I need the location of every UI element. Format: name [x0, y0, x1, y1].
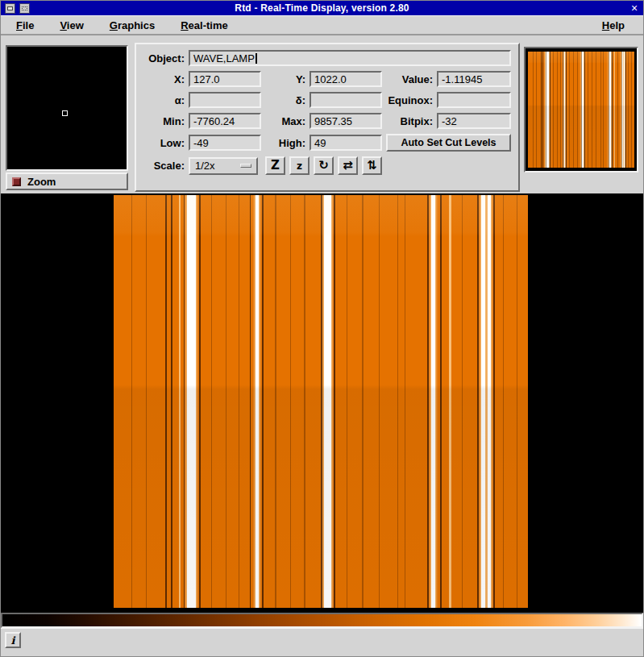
flip-x-icon[interactable]: ⇄ — [338, 156, 358, 175]
image-stripe — [481, 195, 484, 608]
image-stripe — [262, 195, 264, 608]
value-field[interactable]: -1.11945 — [437, 71, 511, 87]
colorbar[interactable] — [1, 613, 643, 628]
close-icon[interactable]: × — [628, 2, 641, 15]
image-stripe — [226, 195, 226, 608]
bitpix-label: Bitpix: — [386, 115, 433, 127]
window-title: Rtd - Real-Time Display, version 2.80 — [1, 2, 643, 14]
info-icon[interactable]: i — [5, 632, 21, 648]
image-stripe — [146, 195, 147, 608]
rotate-icon[interactable]: ↻ — [314, 156, 334, 175]
image-canvas[interactable] — [1, 193, 643, 613]
low-field[interactable]: -49 — [189, 135, 261, 151]
image-stripe — [187, 195, 195, 608]
image-stripe — [199, 195, 201, 608]
alpha-field[interactable] — [189, 92, 261, 108]
image-stripe — [564, 52, 565, 168]
scale-label: Scale: — [139, 160, 185, 172]
zoom-window — [6, 45, 128, 171]
bitpix-field[interactable]: -32 — [437, 113, 511, 129]
auto-set-cut-levels-button[interactable]: Auto Set Cut Levels — [386, 134, 511, 152]
menu-graphics[interactable]: Graphics — [102, 17, 162, 34]
flip-y-icon[interactable]: ⇅ — [362, 156, 382, 175]
image-stripe — [321, 195, 322, 608]
image-stripe — [379, 195, 380, 608]
menu-real-time[interactable]: Real-time — [173, 17, 235, 34]
image-stripe — [304, 195, 305, 608]
image-stripe — [440, 195, 442, 608]
pan-thumbnail — [528, 52, 634, 168]
x-field[interactable]: 127.0 — [189, 71, 261, 87]
image-stripe — [584, 52, 585, 168]
equinox-label: Equinox: — [386, 94, 433, 106]
image-stripe — [517, 195, 518, 608]
image-stripe — [290, 195, 292, 608]
statusbar: i — [1, 628, 643, 656]
image-stripe — [131, 195, 132, 608]
zoom-toggle[interactable]: Zoom — [6, 173, 128, 190]
max-value: 9857.35 — [314, 115, 352, 127]
image-stripe — [239, 195, 240, 608]
image-stripe — [550, 52, 551, 168]
zoom-in-button[interactable]: Z — [265, 156, 285, 175]
high-field[interactable]: 49 — [310, 135, 382, 151]
transform-buttons: Z z ↻ ⇄ ⇅ — [265, 156, 511, 175]
menu-help[interactable]: Help — [595, 17, 632, 34]
object-value: WAVE,LAMP — [193, 52, 255, 64]
rtd-window: Rtd - Real-Time Display, version 2.80 × … — [0, 0, 644, 657]
object-field[interactable]: WAVE,LAMP — [189, 50, 511, 66]
min-label: Min: — [139, 115, 185, 127]
image-stripe — [211, 195, 213, 608]
pan-window[interactable] — [524, 47, 638, 173]
image-stripe — [477, 195, 479, 608]
value-value: -1.11945 — [442, 73, 482, 85]
scale-select[interactable]: 1/2x — [189, 157, 258, 175]
image-stripe — [546, 52, 549, 168]
image-stripe — [184, 195, 185, 608]
image-stripe — [431, 195, 435, 608]
image-stripe — [347, 195, 348, 608]
image-stripe — [449, 195, 451, 608]
low-value: -49 — [193, 137, 209, 149]
alpha-label: α: — [139, 94, 185, 106]
x-label: X: — [139, 73, 185, 85]
image-stripe — [397, 195, 398, 608]
image-stripe — [566, 52, 567, 168]
zoom-out-button[interactable]: z — [289, 156, 310, 175]
image-stripe — [427, 195, 429, 608]
min-field[interactable]: -7760.24 — [189, 113, 261, 129]
equinox-field[interactable] — [437, 92, 511, 108]
delta-label: δ: — [265, 94, 305, 106]
image-stripe — [171, 195, 172, 608]
image-stripe — [324, 195, 331, 608]
delta-field[interactable] — [310, 92, 382, 108]
option-menu-indicator-icon — [240, 164, 251, 168]
image-stripe — [462, 195, 463, 608]
titlebar[interactable]: Rtd - Real-Time Display, version 2.80 × — [1, 1, 643, 15]
max-label: Max: — [265, 115, 305, 127]
value-label: Value: — [386, 73, 433, 85]
image-stripe — [488, 195, 491, 608]
menu-view[interactable]: View — [52, 17, 90, 34]
top-region: Zoom Object: WAVE,LAMP X: 127.0 Y: 1022.… — [1, 35, 643, 193]
scale-value: 1/2x — [195, 160, 215, 172]
bitpix-value: -32 — [442, 115, 457, 127]
image-stripe — [179, 195, 181, 608]
image-stripe — [624, 52, 625, 168]
image-stripe — [256, 195, 260, 608]
image-stripe — [275, 195, 276, 608]
control-panel: Object: WAVE,LAMP X: 127.0 Y: 1022.0 Val… — [135, 43, 520, 192]
x-value: 127.0 — [193, 73, 220, 85]
y-field[interactable]: 1022.0 — [310, 71, 382, 87]
menu-file[interactable]: File — [9, 17, 41, 34]
image-stripe — [582, 52, 584, 168]
image-stripe — [503, 195, 504, 608]
zoom-label: Zoom — [27, 176, 56, 188]
y-label: Y: — [265, 73, 305, 85]
object-label: Object: — [139, 52, 185, 64]
low-label: Low: — [139, 137, 185, 149]
max-field[interactable]: 9857.35 — [310, 113, 382, 129]
spectral-image[interactable] — [114, 195, 528, 608]
min-value: -7760.24 — [193, 115, 235, 127]
image-stripe — [609, 52, 610, 168]
